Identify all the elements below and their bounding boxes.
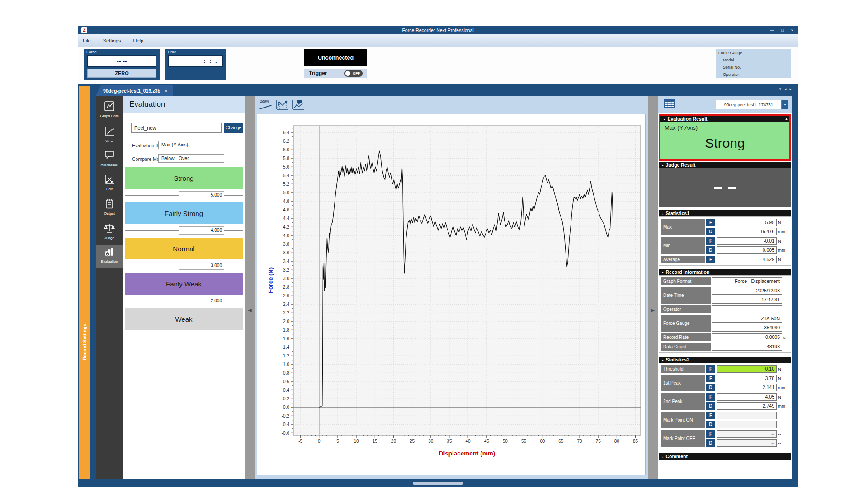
maximize-button[interactable]: □ [781, 26, 783, 34]
results-topbar: 90deg-peel-test1_174731 ▼ [658, 96, 792, 113]
sidebar-item-label: Evaluation [96, 259, 123, 263]
sidebar-item-label: Judge [96, 236, 123, 240]
left-panel-splitter[interactable]: ◀ [245, 96, 255, 479]
stat-row-operator: Operator-- [661, 305, 789, 313]
svg-text:60: 60 [540, 439, 545, 444]
svg-text:3.6: 3.6 [283, 250, 289, 255]
stat-value: 5.95 [717, 219, 777, 226]
svg-text:10: 10 [354, 439, 359, 444]
evaluation-band-strong: Strong [125, 167, 243, 189]
threshold-input[interactable]: 2.000 [179, 297, 224, 305]
evaluation-panel: Evaluation Peel_new Change Evaluation It… [123, 96, 245, 479]
sidebar-item-evaluation[interactable]: Evaluation [96, 245, 123, 268]
svg-text:3.2: 3.2 [283, 267, 289, 272]
gauge-info-operator: Operator [716, 70, 791, 77]
measure-icon[interactable] [275, 99, 289, 111]
stat-row-date-time: Date Time2025/12/0317:47:31 [661, 287, 789, 304]
sidebar: Graph DataViewAnnotationEditOutputJudgeE… [96, 96, 123, 479]
judge-result-header[interactable]: - Judge Result [659, 162, 791, 168]
menu-help[interactable]: Help [133, 38, 143, 43]
horizontal-scrollbar-thumb[interactable] [413, 482, 463, 485]
svg-text:30: 30 [428, 439, 434, 444]
svg-text:25: 25 [410, 439, 415, 444]
tab-active-document[interactable]: 90deg-peel-test1_019.z3b × [96, 85, 173, 96]
record-settings-tab[interactable]: Record Settings [79, 86, 90, 479]
evaluation-result-value: Strong [660, 136, 789, 151]
statistics1-section: - Statistics1 MaxF5.95ND16.476mmMinF-0.0… [659, 210, 791, 266]
close-button[interactable]: × [791, 26, 793, 34]
tab-scroll-left-icon[interactable]: ◂ [784, 87, 787, 91]
threshold-input[interactable]: 4.000 [179, 226, 224, 235]
dropdown-caret-icon[interactable]: ▼ [782, 100, 788, 109]
collapse-left-icon[interactable]: ◀ [248, 307, 251, 313]
statistics1-header[interactable]: - Statistics1 [659, 210, 791, 216]
force-displacement-chart[interactable]: -50510152025303540455055606570758085-0.6… [257, 114, 646, 475]
trigger-toggle[interactable]: OFF [344, 70, 363, 77]
menu-settings[interactable]: Settings [103, 38, 121, 43]
tooltip-icon[interactable] [292, 99, 305, 111]
threshold-input[interactable]: 5.000 [179, 191, 224, 199]
chart-panel: 100% [255, 96, 648, 479]
svg-text:50: 50 [503, 439, 508, 444]
sidebar-item-output[interactable]: Output [96, 197, 123, 221]
sidebar-item-label: Edit [96, 187, 123, 191]
svg-text:1.8: 1.8 [283, 328, 289, 333]
collapse-right-icon[interactable]: ▶ [651, 307, 655, 313]
stat-row-average: AverageF4.529N [661, 256, 789, 263]
stat-value[interactable]: 0.10 [717, 365, 777, 373]
evaluation-result-section: - Evaluation Result ▲ Max (Y-Axis) Stron… [659, 114, 791, 161]
menu-bar: File Settings Help [78, 34, 798, 47]
time-display: --:--:--.- [168, 55, 223, 67]
gauge-info-serial: Serial No. [716, 62, 791, 70]
zero-button[interactable]: ZERO [87, 69, 156, 78]
threshold-row: 2.000 [125, 295, 243, 308]
right-panel-splitter[interactable]: ▶ [648, 96, 658, 479]
dataset-selector[interactable]: 90deg-peel-test1_174731 [716, 100, 782, 109]
comment-input[interactable] [660, 460, 790, 479]
tab-scroll-right-icon[interactable]: ▸ [789, 87, 792, 91]
output-icon [104, 203, 115, 211]
threshold-input[interactable]: 3.000 [179, 262, 224, 270]
evaluation-result-header[interactable]: - Evaluation Result ▲ [660, 116, 789, 122]
evaluation-result-item: Max (Y-Axis) [665, 124, 698, 131]
compare-mode-field[interactable]: Below - Over [158, 154, 224, 163]
scroll-up-icon[interactable]: ▲ [785, 116, 788, 122]
tab-menu-icon[interactable]: ▾ [779, 87, 781, 91]
sidebar-item-judge[interactable]: Judge [96, 221, 123, 245]
sidebar-item-annotation[interactable]: Annotation [96, 148, 123, 172]
statistics2-header[interactable]: - Statistics2 [659, 357, 791, 363]
comment-header[interactable]: - Comment [659, 453, 791, 460]
svg-text:5.6: 5.6 [283, 164, 289, 169]
evaluation-item-field[interactable]: Max (Y-Axis) [158, 141, 224, 149]
trigger-state: OFF [353, 70, 360, 77]
record-information-header[interactable]: - Record Information [659, 269, 791, 275]
judge-result-section: - Judge Result [659, 162, 791, 207]
sidebar-item-view[interactable]: View [96, 125, 123, 148]
record-value: 2025/12/03 [712, 287, 782, 295]
sidebar-item-edit[interactable]: Edit [96, 173, 123, 196]
stat-value: 4.529 [717, 256, 777, 263]
svg-text:0.4: 0.4 [283, 388, 289, 393]
displacement-badge: D [706, 439, 715, 447]
tab-strip: 90deg-peel-test1_019.z3b × ▾ ◂ ▸ [78, 84, 798, 96]
force-badge: F [706, 256, 715, 263]
minimize-button[interactable]: — [770, 26, 774, 34]
view-icon [104, 131, 115, 139]
svg-text:5.8: 5.8 [283, 156, 289, 161]
connection-status: Unconnected [304, 49, 367, 66]
stat-row-record-rate: Record Rate0.0005s [661, 333, 789, 341]
change-button[interactable]: Change [224, 123, 243, 133]
svg-text:0.0: 0.0 [283, 405, 289, 410]
data-table-icon[interactable] [664, 99, 675, 110]
sidebar-item-graph-data[interactable]: Graph Data [96, 99, 123, 123]
svg-text:55: 55 [521, 439, 527, 444]
displacement-badge: D [706, 421, 715, 428]
tab-close-icon[interactable]: × [165, 88, 167, 94]
menu-file[interactable]: File [83, 38, 91, 43]
svg-text:40: 40 [465, 439, 471, 444]
zoom-100-icon[interactable]: 100% [259, 99, 273, 111]
svg-text:4.0: 4.0 [283, 233, 289, 238]
band-label: Normal [173, 245, 194, 253]
evaluation-name-input[interactable]: Peel_new [131, 123, 222, 133]
evaluation-bands: Strong5.000Fairly Strong4.000Normal3.000… [125, 167, 243, 330]
